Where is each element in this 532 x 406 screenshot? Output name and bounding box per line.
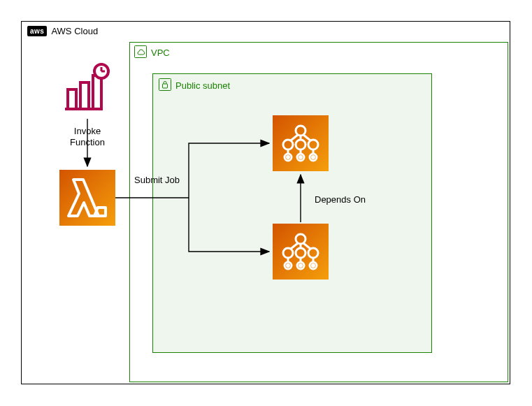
svg-rect-5 [80,82,89,109]
subnet-label: Public subnet [175,80,230,91]
svg-rect-28 [273,224,329,280]
svg-rect-11 [273,115,329,171]
vpc-header: VPC [134,45,170,60]
svg-rect-4 [68,89,76,109]
vpc-label: VPC [151,48,170,58]
svg-point-19 [287,157,289,159]
aws-logo-icon: aws [27,26,47,36]
aws-cloud-header: aws AWS Cloud [27,26,98,36]
depends-on-label: Depends On [315,194,391,205]
submit-job-label: Submit Job [134,175,197,186]
svg-rect-1 [159,79,171,91]
invoke-function-label: Invoke Function [59,126,115,149]
svg-point-36 [287,265,289,267]
svg-rect-6 [93,75,101,109]
svg-point-37 [300,265,302,267]
vpc-icon [134,45,147,60]
svg-point-21 [312,157,315,159]
svg-rect-2 [163,84,168,88]
subnet-header: Public subnet [159,78,230,93]
batch-job-bottom-icon [273,224,329,280]
svg-rect-0 [135,46,147,58]
svg-point-20 [300,157,302,159]
svg-rect-10 [59,170,115,226]
svg-point-38 [312,265,315,267]
diagram-canvas: aws AWS Cloud VPC Publi [0,0,532,406]
batch-job-top-icon [273,115,329,171]
subnet-lock-icon [159,78,171,93]
aws-cloud-label: AWS Cloud [51,26,98,36]
lambda-icon [59,170,115,226]
cloudwatch-scheduled-event-icon [59,63,115,119]
